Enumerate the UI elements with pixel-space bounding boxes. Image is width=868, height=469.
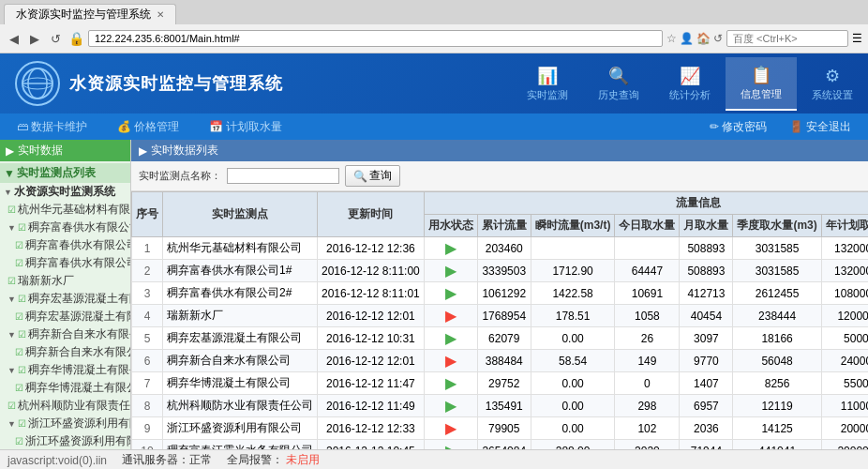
list-item[interactable]: ▼ ☑ 稠弃富春供水有限公司 bbox=[0, 219, 130, 236]
subnav-price[interactable]: 💰 价格管理 bbox=[110, 115, 187, 139]
list-item[interactable]: ☑ 浙江环盛资源利用有限... bbox=[0, 432, 130, 449]
cell-flow3: 298 bbox=[615, 395, 680, 417]
subnav-passwd[interactable]: ✏ 修改密码 bbox=[702, 115, 774, 139]
cell-time: 2016-12-12 8:11:00 bbox=[318, 260, 425, 282]
info-label: 信息管理 bbox=[741, 87, 782, 101]
history-icon: 🔍 bbox=[608, 66, 629, 86]
item-label: 稠弃华博混凝土有限公司 bbox=[25, 380, 130, 396]
cell-flow2: 178.51 bbox=[531, 305, 615, 327]
url-input[interactable] bbox=[88, 30, 663, 47]
query-button[interactable]: 🔍 查询 bbox=[345, 165, 400, 187]
cell-status: ▶ bbox=[424, 237, 477, 260]
item-label: 浙江环盛资源利用有限... bbox=[25, 433, 130, 449]
cell-flow3: 10691 bbox=[615, 282, 680, 305]
cell-flow2: 1422.58 bbox=[531, 282, 615, 305]
sidebar-item-root[interactable]: ▼ 水资源实时监测系统 bbox=[0, 183, 130, 201]
cell-status: ▶ bbox=[424, 282, 477, 305]
cell-flow4: 2036 bbox=[680, 417, 733, 440]
item-label: 稠弃富春供水有限公司 bbox=[25, 237, 130, 253]
forward-button[interactable]: ▶ bbox=[26, 30, 43, 48]
list-item[interactable]: ▼ ☑ 稠弃华博混凝土有限公司 bbox=[0, 361, 130, 379]
item-label: 稠弃富春供水有限公司 bbox=[28, 219, 130, 235]
cell-flow3: 26 bbox=[615, 327, 680, 350]
list-item[interactable]: ☑ 稠弃宏基源混凝土有限... bbox=[0, 308, 130, 325]
status-green-icon: ▶ bbox=[445, 330, 456, 346]
person-icon[interactable]: 👤 bbox=[680, 32, 694, 45]
server-label: 通讯服务器：正常 bbox=[122, 453, 212, 466]
status-green-icon: ▶ bbox=[445, 375, 456, 391]
nav-tab-realtime[interactable]: 📊 实时监测 bbox=[512, 57, 583, 111]
sidebar-header-icon: ▶ bbox=[6, 144, 14, 158]
th-quarter: 季度取水量(m3) bbox=[733, 215, 821, 237]
datacard-icon: 🗃 bbox=[17, 120, 28, 133]
list-item[interactable]: ☑ 杭州科顺防业有限责任... bbox=[0, 397, 130, 415]
refresh2-icon[interactable]: ↺ bbox=[713, 32, 723, 45]
star-icon[interactable]: ☆ bbox=[666, 32, 677, 45]
subnav-logout[interactable]: 🚪 安全退出 bbox=[782, 115, 859, 139]
list-item[interactable]: ▼ ☑ 稠弃宏基源混凝土有限... bbox=[0, 290, 130, 308]
history-label: 历史查询 bbox=[598, 88, 639, 102]
cell-flow1: 1061292 bbox=[477, 282, 531, 305]
stats-icon: 📈 bbox=[680, 66, 700, 86]
refresh-button[interactable]: ↺ bbox=[47, 30, 65, 48]
list-item[interactable]: ▼ ☑ 浙江环盛资源利用有限... bbox=[0, 415, 130, 432]
nav-tab-info[interactable]: 📋 信息管理 bbox=[726, 57, 797, 111]
cell-flow1: 29752 bbox=[477, 372, 531, 395]
alarm-value: 未启用 bbox=[286, 453, 320, 466]
search-field[interactable] bbox=[227, 168, 339, 184]
list-item[interactable]: ▼ ☑ 稠弃新合自来水有限公司 bbox=[0, 325, 130, 343]
content-header: ▶ 实时数据列表 bbox=[131, 140, 868, 161]
status-bar: javascript:void(0).iin 通讯服务器：正常 全局报警： 未启… bbox=[0, 449, 868, 469]
root-item-label: 水资源实时监测系统 bbox=[14, 184, 115, 200]
status-red-icon: ▶ bbox=[445, 420, 456, 436]
status-red-icon: ▶ bbox=[445, 353, 456, 369]
nav-tab-stats[interactable]: 📈 统计分析 bbox=[654, 57, 726, 111]
search-label: 实时监测点名称： bbox=[139, 169, 221, 183]
table-row: 9 浙江环盛资源利用有限公司 2016-12-12 12:33 ▶ 79905 … bbox=[132, 417, 869, 440]
subnav-plan[interactable]: 📅 计划取水量 bbox=[202, 115, 290, 139]
nav-tab-settings[interactable]: ⚙ 系统设置 bbox=[797, 57, 868, 111]
cell-flow6: 1200000 bbox=[821, 305, 868, 327]
cell-num: 5 bbox=[132, 327, 163, 350]
tab-title: 水资源实时监控与管理系统 bbox=[16, 7, 151, 23]
nav-tab-history[interactable]: 🔍 历史查询 bbox=[583, 57, 654, 111]
section-title-text: 实时监测点列表 bbox=[17, 165, 96, 181]
cell-flow6: 13200000 bbox=[821, 237, 868, 260]
cell-flow5: 14125 bbox=[733, 417, 821, 440]
list-item[interactable]: ☑ 杭州华元基础材料有限... bbox=[0, 201, 130, 219]
search-icon: 🔍 bbox=[353, 170, 367, 183]
back-button[interactable]: ◀ bbox=[6, 30, 22, 48]
cell-flow2: 58.54 bbox=[531, 350, 615, 372]
cell-flow5: 441041 bbox=[733, 440, 821, 450]
logout-icon: 🚪 bbox=[789, 120, 803, 133]
tab-close-btn[interactable]: ✕ bbox=[157, 9, 164, 20]
query-label: 查询 bbox=[369, 168, 392, 184]
cell-flow4: 508893 bbox=[680, 237, 733, 260]
cell-time: 2016-12-12 11:49 bbox=[318, 395, 425, 417]
cell-flow3: 0 bbox=[615, 372, 680, 395]
search-input[interactable] bbox=[726, 30, 848, 47]
cell-num: 4 bbox=[132, 305, 163, 327]
home-icon[interactable]: 🏠 bbox=[696, 32, 711, 45]
tab-bar: 水资源实时监控与管理系统 ✕ bbox=[0, 0, 868, 24]
list-item[interactable]: ☑ 瑞新新水厂 bbox=[0, 272, 130, 290]
cell-flow3: 1058 bbox=[615, 305, 680, 327]
list-item[interactable]: ☑ 稠弃富春供水有限公司 bbox=[0, 236, 130, 254]
cell-flow1: 3339503 bbox=[477, 260, 531, 282]
list-item[interactable]: ☑ 稠弃华博混凝土有限公司 bbox=[0, 379, 130, 397]
cell-flow6: 55000 bbox=[821, 372, 868, 395]
cell-time: 2016-12-12 10:45 bbox=[318, 440, 425, 450]
cell-status: ▶ bbox=[424, 327, 477, 350]
list-item[interactable]: ☑ 稠弃新合自来水有限公司 bbox=[0, 343, 130, 361]
cell-num: 2 bbox=[132, 260, 163, 282]
data-table-wrap: 序号 实时监测点 更新时间 流量信息 测控楼信息 操作 用水状态 累计流量 瞬时… bbox=[131, 191, 868, 449]
status-green-icon: ▶ bbox=[445, 285, 456, 301]
browser-tab[interactable]: 水资源实时监控与管理系统 ✕ bbox=[4, 4, 176, 24]
cell-time: 2016-12-12 8:11:01 bbox=[318, 282, 425, 305]
list-item[interactable]: ☑ 稠弃富春供水有限公司 bbox=[0, 254, 130, 272]
cell-name: 稠弃华博混凝土有限公司 bbox=[163, 372, 318, 395]
section-icon: ▼ bbox=[4, 167, 15, 180]
cell-status: ▶ bbox=[424, 350, 477, 372]
subnav-datacard[interactable]: 🗃 数据卡维护 bbox=[9, 115, 95, 139]
menu-icon[interactable]: ☰ bbox=[852, 32, 862, 45]
